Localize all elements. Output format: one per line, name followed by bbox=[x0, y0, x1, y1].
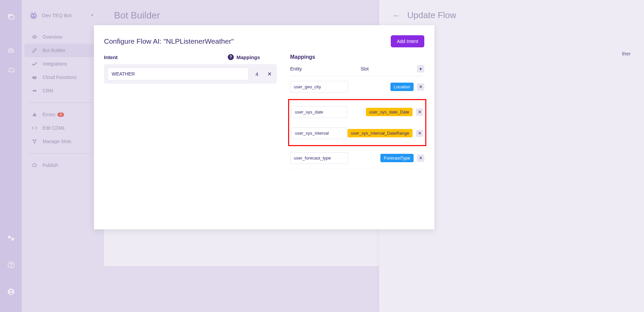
remove-mapping-button[interactable]: ✕ bbox=[416, 108, 423, 116]
remove-mapping-button[interactable]: ✕ bbox=[416, 130, 423, 137]
mapping-row: ForecastType ✕ bbox=[290, 147, 424, 169]
entity-input[interactable] bbox=[291, 127, 347, 139]
slot-chip[interactable]: ForecastType bbox=[380, 154, 414, 162]
slot-column-header: Slot bbox=[361, 66, 414, 72]
intent-column-header: Intent bbox=[104, 54, 118, 60]
entity-input[interactable] bbox=[291, 106, 347, 118]
entity-column-header: Entity bbox=[290, 66, 361, 72]
remove-mapping-button[interactable]: ✕ bbox=[417, 83, 424, 91]
mapping-row: user_sys_interval_DateRange ✕ bbox=[291, 123, 423, 144]
slot-chip[interactable]: user_sys_interval_DateRange bbox=[347, 129, 413, 137]
remove-intent-button[interactable]: ✕ bbox=[265, 70, 273, 78]
intent-row[interactable]: 4 ✕ bbox=[104, 64, 277, 84]
configure-flow-ai-modal: Configure Flow AI: "NLPListenerWeather" … bbox=[94, 25, 434, 229]
mapping-row: Location ✕ bbox=[290, 76, 424, 98]
remove-mapping-button[interactable]: ✕ bbox=[417, 154, 424, 162]
intent-mapping-count: 4 bbox=[252, 71, 262, 77]
add-intent-button[interactable]: Add Intent bbox=[391, 35, 424, 47]
slot-chip[interactable]: user_sys_date_Date bbox=[366, 108, 413, 116]
help-icon[interactable]: ? bbox=[228, 54, 234, 60]
entity-input[interactable] bbox=[290, 81, 348, 93]
intent-panel: Intent ? Mappings 4 ✕ bbox=[104, 54, 277, 219]
mapping-row: user_sys_date_Date ✕ bbox=[291, 101, 423, 123]
add-mapping-button[interactable]: + bbox=[417, 65, 424, 73]
mappings-panel: Mappings Entity Slot + Location ✕ user_s… bbox=[290, 54, 424, 219]
slot-chip[interactable]: Location bbox=[390, 83, 414, 91]
intent-name-input[interactable] bbox=[107, 68, 249, 80]
highlighted-mapping-group: user_sys_date_Date ✕ user_sys_interval_D… bbox=[288, 99, 426, 146]
entity-input[interactable] bbox=[290, 152, 348, 164]
modal-title: Configure Flow AI: "NLPListenerWeather" bbox=[104, 37, 234, 45]
mappings-column-header: Mappings bbox=[236, 54, 277, 60]
mappings-title: Mappings bbox=[290, 54, 424, 60]
